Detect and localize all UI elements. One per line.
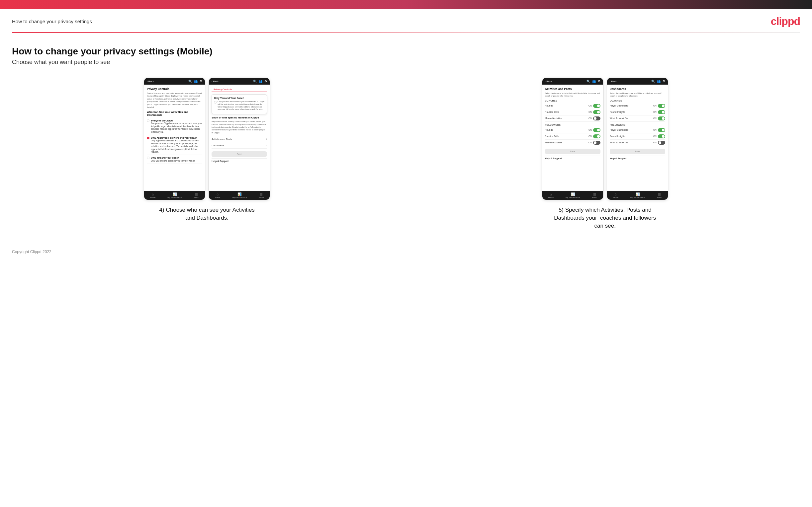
followers-drills-toggle[interactable] [593, 134, 601, 138]
footer-perf-2[interactable]: 📊 My Performance [232, 192, 247, 199]
nav-dashboards[interactable]: Dashboards › [211, 143, 267, 149]
people-icon-4[interactable]: 👥 [657, 79, 661, 83]
settings-icon-2[interactable]: ⚙ [264, 79, 267, 83]
coaches-what-to-work-toggle[interactable] [658, 116, 665, 120]
people-icon-2[interactable]: 👥 [259, 79, 262, 83]
coaches-rounds-label: Rounds [545, 105, 553, 107]
radio-only-you[interactable] [147, 157, 149, 159]
coaches-label-4: COACHES [610, 100, 665, 102]
save-button-4[interactable]: Save [610, 149, 665, 154]
coaches-what-to-work-label: What To Work On [610, 117, 628, 119]
followers-drills-toggle-group: ON [589, 134, 601, 138]
coaches-round-insights-label: Round Insights [610, 111, 625, 113]
back-button-3[interactable]: ‹ Back [545, 80, 552, 83]
activities-posts-desc: Select the types of activity that you'd … [545, 92, 601, 98]
followers-drills-label: Practice Drills [545, 135, 559, 137]
footer-menu-4-label: Menu [657, 196, 662, 199]
coaches-rounds-toggle[interactable] [593, 104, 601, 108]
footer-home-1[interactable]: ⌂ Home [150, 192, 155, 199]
coaches-drills-toggle-group: ON [589, 110, 601, 114]
footer-home-2[interactable]: ⌂ Home [215, 192, 220, 199]
save-button-3[interactable]: Save [545, 149, 601, 154]
menu-icon-4: ☰ [658, 192, 661, 196]
activities-posts-title: Activities and Posts [545, 87, 601, 91]
followers-player-dash-toggle[interactable] [658, 128, 665, 132]
option-everyone[interactable]: Everyone on Clippd Everyone on Clippd ca… [147, 118, 202, 135]
footer-perf-4[interactable]: 📊 My Performance [630, 192, 645, 199]
followers-what-to-work-toggle[interactable] [658, 141, 665, 145]
screenshot-group-1: ‹ Back 🔍 👥 ⚙ Privacy Controls Control ho… [12, 78, 402, 222]
phone-2-body: Privacy Controls Only You and Your Coach… [209, 84, 270, 191]
option-approved[interactable]: Only Approved Followers and Your Coach O… [147, 135, 202, 155]
coaches-player-dash-toggle[interactable] [658, 104, 665, 108]
coaches-manual-on: ON [589, 117, 592, 119]
popup-box: Only You and Your Coach Only you and the… [211, 94, 267, 114]
footer-perf-2-label: My Performance [232, 196, 247, 199]
settings-icon-4[interactable]: ⚙ [663, 79, 665, 83]
people-icon-3[interactable]: 👥 [592, 79, 596, 83]
followers-what-to-work-on: ON [653, 142, 657, 144]
search-icon-2[interactable]: 🔍 [253, 79, 257, 83]
performance-icon-4: 📊 [636, 192, 640, 196]
activities-posts-label: Activities and Posts [211, 138, 232, 140]
footer-perf-3[interactable]: 📊 My Performance [566, 192, 580, 199]
option-approved-text: Only Approved Followers and Your Coach O… [151, 136, 202, 153]
footer-menu-4[interactable]: ☰ Menu [657, 192, 662, 199]
settings-icon-3[interactable]: ⚙ [598, 79, 601, 83]
home-icon: ⌂ [152, 192, 154, 196]
followers-round-insights-on: ON [653, 135, 657, 137]
back-button-2[interactable]: ‹ Back [211, 80, 218, 83]
toggle-coaches-rounds: Rounds ON [545, 103, 601, 109]
coaches-round-insights-on: ON [653, 111, 657, 113]
footer-menu-1[interactable]: ☰ Menu [194, 192, 199, 199]
followers-round-insights-toggle[interactable] [658, 134, 665, 138]
search-icon[interactable]: 🔍 [188, 79, 192, 83]
coaches-drills-label: Practice Drills [545, 111, 559, 113]
popup-radio[interactable] [214, 101, 216, 104]
followers-round-insights-label: Round Insights [610, 135, 625, 137]
coaches-player-dash-label: Player Dashboard [610, 105, 628, 107]
coaches-manual-label: Manual Activities [545, 117, 562, 119]
coaches-drills-toggle[interactable] [593, 110, 601, 114]
popup-option: Only you and the coaches you connect wit… [214, 101, 265, 111]
coaches-round-insights-toggle[interactable] [658, 110, 665, 114]
dashboards-title: Dashboards [610, 87, 665, 91]
save-button-2[interactable]: Save [211, 151, 267, 157]
tab-privacy-controls[interactable]: Privacy Controls [211, 87, 234, 92]
followers-player-dash-group: ON [653, 128, 665, 132]
back-button-1[interactable]: ‹ Back [147, 80, 154, 83]
followers-rounds-toggle-group: ON [589, 128, 601, 132]
dashboards-label: Dashboards [211, 144, 224, 147]
search-icon-3[interactable]: 🔍 [587, 79, 590, 83]
option-only-you[interactable]: Only You and Your Coach Only you and the… [147, 155, 202, 164]
followers-player-dash-label: Player Dashboard [610, 129, 628, 131]
footer-perf-label: My Performance [167, 196, 182, 199]
footer-perf-1[interactable]: 📊 My Performance [167, 192, 182, 199]
people-icon[interactable]: 👥 [194, 79, 198, 83]
phone-3-header: ‹ Back 🔍 👥 ⚙ [542, 78, 603, 84]
phone-1: ‹ Back 🔍 👥 ⚙ Privacy Controls Control ho… [144, 78, 205, 200]
search-icon-4[interactable]: 🔍 [651, 79, 655, 83]
dashboards-desc: Select the dashboards that you'd like to… [610, 92, 665, 98]
screenshot-pair-2: ‹ Back 🔍 👥 ⚙ Activities and Posts Select… [542, 78, 668, 200]
radio-everyone[interactable] [147, 119, 149, 122]
radio-approved[interactable] [147, 137, 149, 139]
page-subtitle: Choose what you want people to see [12, 59, 800, 66]
footer-menu-2[interactable]: ☰ Menu [259, 192, 264, 199]
footer-home-4[interactable]: ⌂ Home [613, 192, 618, 199]
coaches-manual-toggle[interactable] [593, 116, 601, 120]
nav-activities-posts[interactable]: Activities and Posts › [211, 136, 267, 143]
footer-home-3[interactable]: ⌂ Home [548, 192, 554, 199]
settings-icon[interactable]: ⚙ [200, 79, 202, 83]
followers-manual-toggle[interactable] [593, 141, 601, 145]
phone-4-header: ‹ Back 🔍 👥 ⚙ [607, 78, 668, 84]
footer-copyright: Copyright Clippd 2022 [0, 239, 812, 261]
followers-rounds-toggle[interactable] [593, 128, 601, 132]
followers-label-4: FOLLOWERS [610, 124, 665, 126]
coaches-player-dash-on: ON [653, 105, 657, 107]
back-button-4[interactable]: ‹ Back [610, 80, 617, 83]
home-icon-4: ⌂ [615, 192, 617, 196]
option-only-you-text: Only You and Your Coach Only you and the… [151, 156, 195, 162]
coaches-manual-toggle-group: ON [589, 116, 601, 120]
footer-menu-3[interactable]: ☰ Menu [592, 192, 597, 199]
